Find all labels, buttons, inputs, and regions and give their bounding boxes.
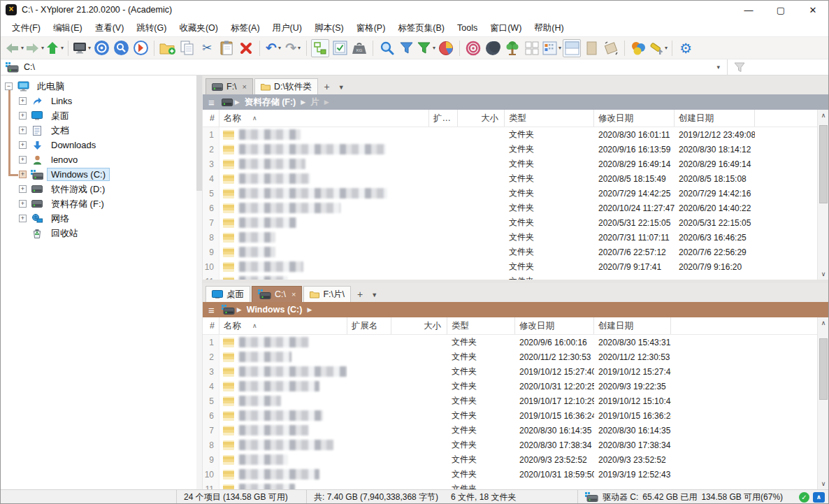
file-name-cell[interactable]: [219, 230, 429, 245]
file-row[interactable]: 9 文件夹 2020/7/6 22:57:12 2020/7/6 22:56:2…: [203, 245, 817, 259]
file-row[interactable]: 9 文件夹 2020/9/3 23:52:52 2020/9/3 23:52:5…: [203, 452, 817, 467]
live-search-button[interactable]: [112, 39, 130, 57]
tree-toggle-button[interactable]: [311, 39, 329, 57]
scroll-down-icon[interactable]: ∨: [818, 478, 829, 489]
file-row[interactable]: 7 文件夹 2020/5/31 22:15:05 2020/5/31 22:15…: [203, 215, 817, 230]
file-row[interactable]: 11 文件夹: [203, 482, 817, 489]
tree-item-user-lenovo[interactable]: + lenovo: [0, 152, 202, 167]
tree-item-desktop[interactable]: + 桌面: [0, 108, 202, 123]
menu-item-tags[interactable]: 标签(A): [224, 20, 266, 36]
drive-c-icon[interactable]: [222, 305, 235, 315]
column-header-type[interactable]: 类型: [505, 110, 594, 127]
menu-item-edit[interactable]: 编辑(E): [47, 20, 89, 36]
menu-item-view[interactable]: 查看(V): [89, 20, 131, 36]
column-header-size[interactable]: 大小: [391, 317, 447, 334]
visual-filter-button[interactable]: ▾: [417, 39, 435, 57]
menu-item-favorites[interactable]: 收藏夹(O): [173, 20, 224, 36]
tree-item-drive-d[interactable]: + 软件游戏 (D:): [0, 182, 202, 196]
file-row[interactable]: 6 文件夹 2020/10/24 11:27:47 2020/6/20 14:4…: [203, 201, 817, 215]
file-name-cell[interactable]: [219, 157, 429, 171]
delete-button[interactable]: [237, 39, 255, 57]
file-name-cell[interactable]: [219, 379, 347, 394]
new-folder-button[interactable]: [159, 39, 177, 57]
file-row[interactable]: 1 文件夹 2020/9/6 16:00:16 2020/8/30 15:43:…: [203, 335, 817, 350]
cut-button[interactable]: ✂: [198, 39, 216, 57]
file-row[interactable]: 8 文件夹 2020/8/30 17:38:34 2020/8/30 17:38…: [203, 438, 817, 452]
column-header-type[interactable]: 类型: [447, 317, 515, 334]
dual-pane-horizontal-button[interactable]: [563, 39, 581, 57]
file-row[interactable]: 2 文件夹 2020/11/2 12:30:53 2020/11/2 12:30…: [203, 350, 817, 364]
forward-button[interactable]: ▾: [25, 39, 44, 57]
file-row[interactable]: 8 文件夹 2020/7/31 11:07:11 2020/6/3 16:46:…: [203, 230, 817, 245]
breadcrumb-menu-icon[interactable]: ≡: [208, 304, 215, 316]
folder-size-button[interactable]: KG: [350, 39, 368, 57]
live-filter-box[interactable]: [727, 59, 829, 75]
file-row[interactable]: 11 文件夹: [203, 274, 817, 280]
up-button[interactable]: ▾: [45, 39, 64, 57]
menu-item-help[interactable]: 帮助(H): [528, 20, 570, 36]
tree-scrollbar-thumb[interactable]: [196, 75, 202, 191]
tree-item-links[interactable]: + Links: [0, 94, 202, 108]
scroll-up-icon[interactable]: ∧: [818, 110, 829, 121]
scroll-down-icon[interactable]: ∨: [818, 268, 829, 280]
tree-item-downloads[interactable]: + Downloads: [0, 138, 202, 152]
tree-item-network[interactable]: + 网络: [0, 211, 202, 226]
file-row[interactable]: 10 文件夹 2020/10/31 18:59:50 2019/3/19 12:…: [203, 467, 817, 482]
file-name-cell[interactable]: [219, 482, 347, 489]
expand-icon[interactable]: +: [19, 156, 27, 164]
collapse-icon[interactable]: −: [5, 82, 13, 90]
breadcrumb-menu-icon[interactable]: ≡: [208, 96, 215, 108]
file-row[interactable]: 5 文件夹 2020/7/29 14:42:25 2020/7/29 14:42…: [203, 186, 817, 201]
menu-item-scripting[interactable]: 脚本(S): [308, 20, 350, 36]
new-tab-button[interactable]: +: [319, 81, 335, 94]
file-name-cell[interactable]: [219, 142, 429, 157]
mini-tree-button[interactable]: [503, 39, 521, 57]
file-row[interactable]: 3 文件夹 2019/10/12 15:27:40 2019/10/12 15:…: [203, 364, 817, 379]
lower-scrollbar[interactable]: ∧ ∨: [817, 317, 829, 489]
expand-icon[interactable]: +: [19, 171, 27, 178]
breadcrumb-segment[interactable]: 资料存储 (F:): [245, 96, 296, 108]
column-header-name[interactable]: 名称∧: [219, 110, 429, 127]
column-header-num[interactable]: #: [203, 110, 219, 127]
back-button[interactable]: ▾: [5, 39, 24, 57]
menu-item-panes[interactable]: 窗格(P): [350, 20, 392, 36]
column-header-size[interactable]: 大小: [458, 110, 505, 127]
tree-item-this-pc[interactable]: − 此电脑: [0, 79, 202, 94]
tab-list-chevron-icon[interactable]: ▼: [335, 84, 348, 94]
column-header-modified[interactable]: 修改日期: [594, 110, 675, 127]
column-header-name[interactable]: 名称∧: [219, 317, 347, 334]
breadcrumb-segment[interactable]: Windows (C:): [247, 305, 303, 315]
maximize-button[interactable]: ▢: [765, 0, 797, 20]
tab-d-software[interactable]: D:\软件类: [254, 78, 317, 94]
hotlist-button[interactable]: [92, 39, 110, 57]
file-name-cell[interactable]: [219, 186, 429, 201]
tab-c-drive[interactable]: C:\ ×: [252, 286, 302, 302]
menu-item-window[interactable]: 窗口(W): [484, 20, 528, 36]
address-input[interactable]: C:\: [0, 59, 709, 75]
file-name-cell[interactable]: [219, 452, 347, 467]
expand-icon[interactable]: +: [19, 200, 27, 208]
single-pane-button[interactable]: [582, 39, 600, 57]
column-header-num[interactable]: #: [203, 317, 219, 334]
menu-item-user[interactable]: 用户(U): [266, 20, 308, 36]
file-name-cell[interactable]: [219, 364, 347, 379]
file-name-cell[interactable]: [219, 394, 347, 408]
minimize-button[interactable]: —: [733, 0, 765, 20]
scrollbar-thumb[interactable]: [819, 125, 828, 203]
file-name-cell[interactable]: [219, 350, 347, 364]
file-name-cell[interactable]: [219, 438, 347, 452]
close-button[interactable]: ✕: [797, 0, 829, 20]
tree-item-documents[interactable]: + 文档: [0, 123, 202, 138]
settings-button[interactable]: ⚙: [677, 39, 695, 57]
column-header-ext[interactable]: 扩展名: [347, 317, 391, 334]
highlight-button[interactable]: ▾: [649, 39, 668, 57]
upper-scrollbar[interactable]: ∧ ∨: [817, 110, 829, 280]
expand-icon[interactable]: +: [19, 97, 27, 105]
column-header-created[interactable]: 创建日期: [594, 317, 671, 334]
tab-f-drive[interactable]: F:\ ×: [206, 78, 253, 94]
status-expand-icon[interactable]: ∧: [813, 492, 825, 503]
tab-list-chevron-icon[interactable]: ▼: [368, 291, 381, 302]
file-name-cell[interactable]: [219, 423, 347, 438]
breadcrumb-segment-dim[interactable]: 片: [310, 96, 319, 108]
expand-icon[interactable]: +: [19, 185, 27, 193]
